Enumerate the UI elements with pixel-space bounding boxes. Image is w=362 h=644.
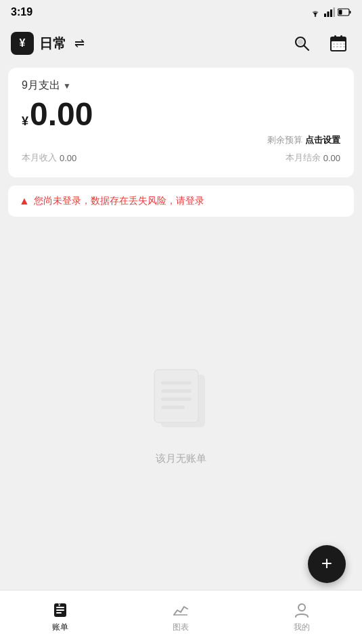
add-record-button[interactable]: + [308,545,346,583]
nav-left: ¥ 日常 ⇌ [11,32,85,55]
svg-rect-15 [332,39,345,41]
warning-icon: ▲ [19,195,30,207]
svg-rect-19 [343,43,345,45]
svg-rect-1 [324,14,326,17]
svg-rect-14 [340,35,342,39]
bill-icon: ¥ [51,601,69,619]
budget-set-button[interactable]: 点击设置 [305,134,340,146]
income-label: 本月收入 [22,152,57,164]
currency-symbol: ¥ [22,114,28,129]
bottom-nav: ¥ 账单 图表 我的 [0,590,362,644]
svg-rect-3 [330,9,332,17]
svg-rect-22 [340,46,342,47]
svg-rect-12 [332,41,345,50]
balance-stat: 本月结余 0.00 [286,152,340,164]
svg-rect-29 [161,406,185,409]
income-stat: 本月收入 0.00 [22,152,76,164]
svg-rect-17 [336,43,338,45]
svg-point-0 [315,15,316,16]
month-text: 9月支出 [22,79,60,93]
top-nav: ¥ 日常 ⇌ [0,24,362,62]
svg-rect-20 [333,46,335,47]
svg-rect-33 [56,612,62,614]
budget-label: 剩余预算 [267,134,302,146]
svg-rect-2 [327,12,330,17]
wifi-icon [309,7,321,17]
svg-rect-21 [336,46,338,47]
nav-right [289,30,351,56]
svg-rect-16 [333,43,335,45]
nav-title: 日常 [39,35,66,53]
month-selector[interactable]: 9月支出 ▼ [22,79,340,93]
tab-chart-label: 图表 [173,622,189,633]
switch-icon[interactable]: ⇌ [74,36,85,51]
svg-point-10 [298,39,303,45]
svg-point-36 [298,604,305,611]
battery-icon [338,8,351,16]
signal-icon [324,7,335,17]
income-value: 0.00 [60,153,76,163]
status-bar: 3:19 [0,0,362,24]
nav-logo: ¥ [11,32,34,55]
person-icon [293,601,311,619]
search-icon [292,34,311,53]
month-dropdown-arrow: ▼ [63,81,71,91]
svg-rect-18 [340,43,342,45]
search-button[interactable] [289,30,315,56]
summary-card: 9月支出 ▼ ¥ 0.00 剩余预算 点击设置 本月收入 0.00 本月结余 0… [8,68,354,177]
balance-label: 本月结余 [286,152,321,164]
empty-text: 该月无账单 [156,452,206,465]
tab-mine[interactable]: 我的 [242,596,362,639]
svg-rect-26 [161,381,191,385]
status-icons [309,7,351,17]
empty-illustration [141,358,222,439]
budget-row: 剩余预算 点击设置 [22,134,340,146]
svg-rect-25 [154,370,198,423]
calendar-button[interactable] [325,30,351,56]
status-time: 3:19 [11,6,32,18]
amount-value: 0.00 [30,98,93,131]
main-content: 9月支出 ▼ ¥ 0.00 剩余预算 点击设置 本月收入 0.00 本月结余 0… [0,62,362,590]
svg-rect-27 [161,389,191,393]
svg-rect-31 [56,607,64,608]
warning-text: 您尚未登录，数据存在丢失风险，请登录 [34,195,204,207]
svg-rect-4 [334,7,336,17]
add-icon: + [321,554,332,573]
svg-rect-32 [56,609,64,611]
svg-rect-13 [334,35,336,39]
svg-rect-28 [161,398,191,401]
svg-rect-23 [343,46,345,47]
empty-state: 该月无账单 [0,219,362,590]
calendar-icon [328,33,348,53]
expense-amount: ¥ 0.00 [22,98,340,131]
svg-line-9 [304,46,309,51]
tab-bills-label: 账单 [52,622,68,633]
warning-banner[interactable]: ▲ 您尚未登录，数据存在丢失风险，请登录 [8,186,354,217]
stats-row: 本月收入 0.00 本月结余 0.00 [22,152,340,164]
tab-bills[interactable]: ¥ 账单 [0,596,120,639]
tab-chart[interactable]: 图表 [120,596,241,639]
balance-value: 0.00 [323,153,340,163]
svg-rect-6 [350,11,351,14]
svg-rect-7 [339,10,342,15]
tab-mine-label: 我的 [294,622,310,633]
chart-icon [172,601,189,619]
